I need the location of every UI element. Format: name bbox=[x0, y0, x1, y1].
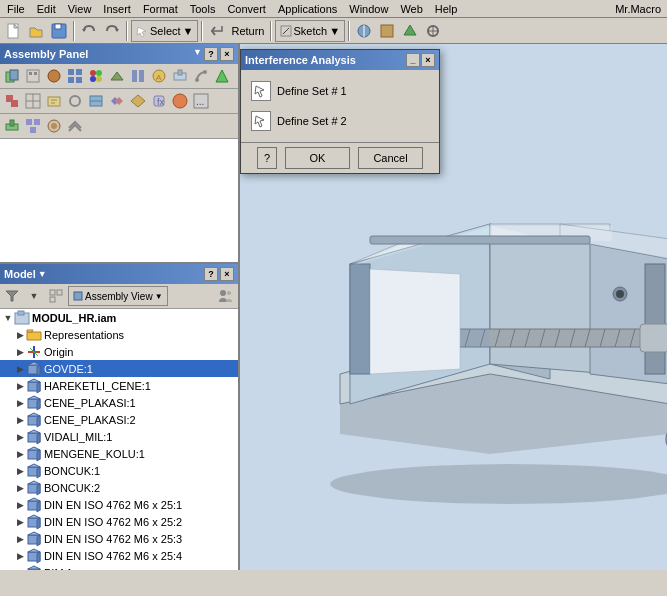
redo-btn[interactable] bbox=[101, 20, 123, 42]
tree-item-boncuk2[interactable]: ▶ BONCUK:2 bbox=[0, 479, 238, 496]
tree-item-din1[interactable]: ▶ DIN EN ISO 4762 M6 x 25:1 bbox=[0, 496, 238, 513]
ap-btn-17[interactable] bbox=[107, 91, 127, 111]
menu-file[interactable]: File bbox=[2, 2, 30, 16]
toggle[interactable]: ▶ bbox=[14, 567, 26, 571]
toggle[interactable]: ▶ bbox=[14, 465, 26, 477]
dialog-help-btn[interactable]: ? bbox=[257, 147, 277, 169]
save-btn[interactable] bbox=[48, 20, 70, 42]
ap-btn-12[interactable] bbox=[2, 91, 22, 111]
menu-view[interactable]: View bbox=[63, 2, 97, 16]
menu-window[interactable]: Window bbox=[344, 2, 393, 16]
toggle[interactable]: ▶ bbox=[14, 533, 26, 545]
ap-btn-14[interactable] bbox=[44, 91, 64, 111]
toggle[interactable]: ▶ bbox=[14, 414, 26, 426]
toggle[interactable]: ▶ bbox=[14, 431, 26, 443]
new-btn[interactable] bbox=[2, 20, 24, 42]
ap-btn-21[interactable]: ... bbox=[191, 91, 211, 111]
toggle[interactable]: ▶ bbox=[14, 499, 26, 511]
ap-btn-24[interactable] bbox=[44, 116, 64, 136]
assembly-panel-dropdown[interactable]: ▼ bbox=[193, 47, 202, 61]
ap-btn-10[interactable] bbox=[191, 66, 211, 86]
dialog-minimize-btn[interactable]: _ bbox=[406, 53, 420, 67]
people-btn[interactable] bbox=[216, 286, 236, 306]
tree-item-hareketli[interactable]: ▶ HAREKETLI_CENE:1 bbox=[0, 377, 238, 394]
model-panel-dropdown-icon[interactable]: ▼ bbox=[38, 269, 47, 279]
ap-btn-11[interactable] bbox=[212, 66, 232, 86]
define-set1-row[interactable]: Define Set # 1 bbox=[249, 78, 431, 104]
tree-item-mengene[interactable]: ▶ MENGENE_KOLU:1 bbox=[0, 445, 238, 462]
ap-btn-16[interactable] bbox=[86, 91, 106, 111]
menu-edit[interactable]: Edit bbox=[32, 2, 61, 16]
ap-btn-6[interactable] bbox=[107, 66, 127, 86]
ap-btn-19[interactable]: fx bbox=[149, 91, 169, 111]
menu-insert[interactable]: Insert bbox=[98, 2, 136, 16]
ap-btn-8[interactable]: A bbox=[149, 66, 169, 86]
tb-btn-3[interactable] bbox=[399, 20, 421, 42]
menu-applications[interactable]: Applications bbox=[273, 2, 342, 16]
undo-btn[interactable] bbox=[78, 20, 100, 42]
model-panel-close[interactable]: × bbox=[220, 267, 234, 281]
assembly-panel-help[interactable]: ? bbox=[204, 47, 218, 61]
assembly-panel-close[interactable]: × bbox=[220, 47, 234, 61]
toggle[interactable]: ▶ bbox=[14, 516, 26, 528]
assembly-view-btn[interactable]: Assembly View ▼ bbox=[68, 286, 168, 306]
toggle[interactable]: ▶ bbox=[14, 550, 26, 562]
toggle[interactable]: ▶ bbox=[14, 397, 26, 409]
tree-item-cene2[interactable]: ▶ CENE_PLAKASI:2 bbox=[0, 411, 238, 428]
ap-btn-23[interactable] bbox=[23, 116, 43, 136]
tree-item-din3[interactable]: ▶ DIN EN ISO 4762 M6 x 25:3 bbox=[0, 530, 238, 547]
ap-btn-4[interactable] bbox=[65, 66, 85, 86]
menu-tools[interactable]: Tools bbox=[185, 2, 221, 16]
menu-format[interactable]: Format bbox=[138, 2, 183, 16]
sort-btn[interactable]: ▼ bbox=[24, 286, 44, 306]
dialog-ok-btn[interactable]: OK bbox=[285, 147, 350, 169]
ap-btn-18[interactable] bbox=[128, 91, 148, 111]
ap-btn-3[interactable] bbox=[44, 66, 64, 86]
ap-btn-1[interactable] bbox=[2, 66, 22, 86]
model-panel-help[interactable]: ? bbox=[204, 267, 218, 281]
tree-item-cene1[interactable]: ▶ CENE_PLAKASI:1 bbox=[0, 394, 238, 411]
ap-btn-5[interactable] bbox=[86, 66, 106, 86]
tree-item-din4[interactable]: ▶ DIN EN ISO 4762 M6 x 25:4 bbox=[0, 547, 238, 564]
tree-item-vidali[interactable]: ▶ VIDALI_MIL:1 bbox=[0, 428, 238, 445]
ap-btn-9[interactable] bbox=[170, 66, 190, 86]
ap-btn-7[interactable] bbox=[128, 66, 148, 86]
tb-btn-2[interactable] bbox=[376, 20, 398, 42]
ap-btn-22[interactable] bbox=[2, 116, 22, 136]
ap-btn-15[interactable] bbox=[65, 91, 85, 111]
dialog-close-btn[interactable]: × bbox=[421, 53, 435, 67]
sketch-button[interactable]: Sketch ▼ bbox=[275, 20, 346, 42]
dialog-title-bar[interactable]: Interference Analysis _ × bbox=[241, 50, 439, 70]
toggle[interactable]: ▶ bbox=[14, 380, 26, 392]
tree-item-govde[interactable]: ▶ GOVDE:1 bbox=[0, 360, 238, 377]
toggle[interactable]: ▶ bbox=[14, 482, 26, 494]
dialog-cancel-btn[interactable]: Cancel bbox=[358, 147, 423, 169]
ap-btn-20[interactable] bbox=[170, 91, 190, 111]
toggle[interactable]: ▶ bbox=[14, 329, 26, 341]
tree-item-boncuk1[interactable]: ▶ BONCUK:1 bbox=[0, 462, 238, 479]
tree-item-pim[interactable]: ▶ PIM:1 bbox=[0, 564, 238, 570]
tb-btn-1[interactable] bbox=[353, 20, 375, 42]
menu-help[interactable]: Help bbox=[430, 2, 463, 16]
toggle[interactable]: ▶ bbox=[14, 448, 26, 460]
root-toggle[interactable]: ▼ bbox=[2, 312, 14, 324]
filter-btn[interactable] bbox=[2, 286, 22, 306]
define-set2-row[interactable]: Define Set # 2 bbox=[249, 108, 431, 134]
ap-btn-2[interactable] bbox=[23, 66, 43, 86]
ap-btn-13[interactable] bbox=[23, 91, 43, 111]
tree-root-item[interactable]: ▼ MODUL_HR.iam bbox=[0, 309, 238, 326]
viewport[interactable]: Interference Analysis _ × Define Set # 1 bbox=[240, 44, 667, 570]
open-btn[interactable] bbox=[25, 20, 47, 42]
toggle[interactable]: ▶ bbox=[14, 363, 26, 375]
select-button[interactable]: Select ▼ bbox=[131, 20, 198, 42]
tb-btn-4[interactable] bbox=[422, 20, 444, 42]
ap-btn-25[interactable] bbox=[65, 116, 85, 136]
return-left-icon[interactable] bbox=[206, 20, 228, 42]
menu-web[interactable]: Web bbox=[395, 2, 427, 16]
tree-item-din2[interactable]: ▶ DIN EN ISO 4762 M6 x 25:2 bbox=[0, 513, 238, 530]
tree-item-origin[interactable]: ▶ Origin bbox=[0, 343, 238, 360]
tree-item-representations[interactable]: ▶ Representations bbox=[0, 326, 238, 343]
menu-convert[interactable]: Convert bbox=[222, 2, 271, 16]
toggle[interactable]: ▶ bbox=[14, 346, 26, 358]
expand-btn[interactable] bbox=[46, 286, 66, 306]
